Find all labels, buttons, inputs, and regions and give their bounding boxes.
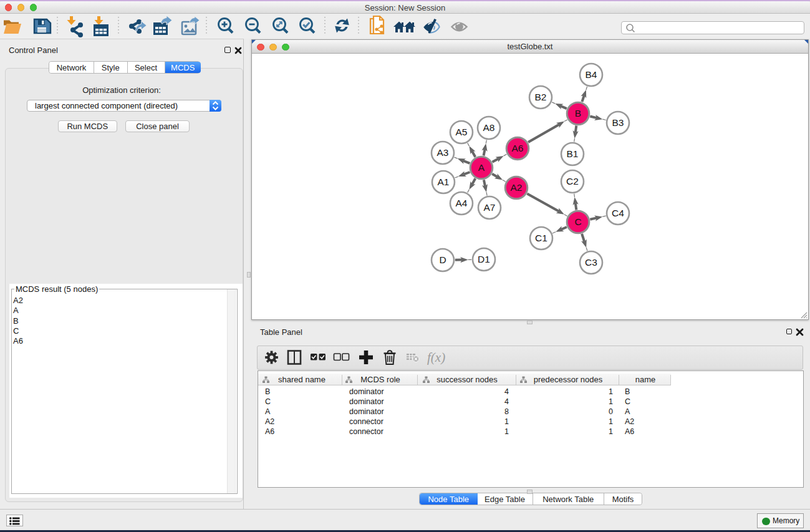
svg-text:A6: A6 xyxy=(512,143,524,153)
svg-text:B1: B1 xyxy=(567,148,579,159)
svg-text:dominator: dominator xyxy=(349,397,384,406)
svg-text:C: C xyxy=(574,216,581,227)
svg-text:A6: A6 xyxy=(265,427,274,436)
svg-text:predecessor nodes: predecessor nodes xyxy=(534,375,603,384)
svg-text:8: 8 xyxy=(504,407,509,416)
svg-text:D: D xyxy=(439,254,446,265)
svg-text:shared name: shared name xyxy=(278,375,325,384)
svg-text:1: 1 xyxy=(609,427,613,436)
svg-text:A: A xyxy=(625,407,630,416)
svg-text:A3: A3 xyxy=(437,147,449,158)
svg-text:A: A xyxy=(265,407,271,416)
svg-text:connector: connector xyxy=(349,427,383,436)
svg-text:dominator: dominator xyxy=(349,407,384,416)
svg-text:successor nodes: successor nodes xyxy=(436,375,498,384)
svg-text:1: 1 xyxy=(504,417,509,426)
svg-text:B: B xyxy=(265,387,270,396)
svg-text:A2: A2 xyxy=(265,417,274,426)
svg-text:C3: C3 xyxy=(585,257,597,268)
svg-text:A8: A8 xyxy=(483,122,495,133)
svg-text:f(x): f(x) xyxy=(427,350,445,365)
svg-text:C: C xyxy=(625,397,630,406)
svg-text:1: 1 xyxy=(609,417,613,426)
svg-text:B4: B4 xyxy=(586,69,597,80)
svg-text:A5: A5 xyxy=(456,127,468,137)
svg-text:B: B xyxy=(575,108,581,118)
svg-text:dominator: dominator xyxy=(349,387,384,396)
svg-text:0: 0 xyxy=(609,407,613,416)
svg-text:connector: connector xyxy=(349,417,383,426)
svg-text:A1: A1 xyxy=(438,177,450,187)
svg-text:1: 1 xyxy=(609,387,613,396)
svg-text:C1: C1 xyxy=(535,233,547,243)
svg-text:B: B xyxy=(625,387,630,396)
svg-text:A4: A4 xyxy=(456,198,468,208)
svg-text:MCDS role: MCDS role xyxy=(360,375,400,384)
svg-text:A2: A2 xyxy=(511,182,523,193)
svg-text:4: 4 xyxy=(504,397,509,406)
svg-text:C2: C2 xyxy=(566,176,579,186)
svg-text:B3: B3 xyxy=(612,117,624,128)
svg-text:C4: C4 xyxy=(612,208,624,218)
svg-text:A2: A2 xyxy=(625,417,634,426)
svg-text:4: 4 xyxy=(504,387,509,396)
svg-text:A7: A7 xyxy=(484,202,496,213)
svg-text:A6: A6 xyxy=(625,427,634,436)
svg-text:1: 1 xyxy=(609,397,613,406)
svg-text:1: 1 xyxy=(504,427,509,436)
svg-text:A: A xyxy=(478,162,485,173)
svg-text:C: C xyxy=(265,397,271,406)
svg-text:D1: D1 xyxy=(478,254,490,264)
svg-text:name: name xyxy=(635,375,656,384)
svg-text:B2: B2 xyxy=(535,92,547,102)
